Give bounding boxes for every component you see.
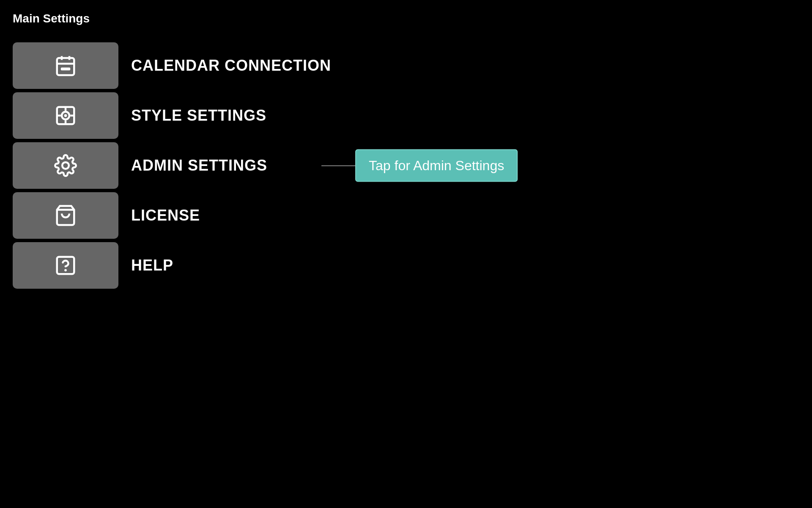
admin-settings-tooltip-button[interactable]: Tap for Admin Settings <box>355 149 518 182</box>
svg-rect-4 <box>61 68 71 71</box>
svg-point-12 <box>62 162 69 169</box>
admin-settings-button[interactable] <box>13 142 118 189</box>
license-label: LICENSE <box>131 207 200 224</box>
style-settings-button[interactable] <box>13 92 118 139</box>
help-icon <box>54 254 77 277</box>
cart-icon <box>54 204 77 227</box>
menu-row-style: STYLE SETTINGS <box>13 92 799 139</box>
calendar-connection-button[interactable] <box>13 42 118 89</box>
help-label: HELP <box>131 257 173 274</box>
help-button[interactable] <box>13 242 118 289</box>
style-settings-label: STYLE SETTINGS <box>131 107 266 124</box>
svg-rect-0 <box>57 58 74 75</box>
menu-row-license: LICENSE <box>13 192 799 239</box>
menu-container: CALENDAR CONNECTION STYLE SETTINGS ADMIN… <box>0 38 812 293</box>
menu-row-calendar: CALENDAR CONNECTION <box>13 42 799 89</box>
gear-icon <box>54 154 77 177</box>
svg-point-7 <box>64 114 67 117</box>
calendar-icon <box>54 54 77 77</box>
calendar-connection-label: CALENDAR CONNECTION <box>131 57 331 75</box>
menu-row-admin: ADMIN SETTINGS Tap for Admin Settings <box>13 142 799 189</box>
page-title: Main Settings <box>0 0 812 38</box>
connector-line <box>321 165 355 166</box>
admin-settings-label: ADMIN SETTINGS <box>131 157 267 174</box>
admin-settings-tooltip-connector: Tap for Admin Settings <box>321 149 518 182</box>
license-button[interactable] <box>13 192 118 239</box>
style-icon <box>54 104 77 127</box>
menu-row-help: HELP <box>13 242 799 289</box>
